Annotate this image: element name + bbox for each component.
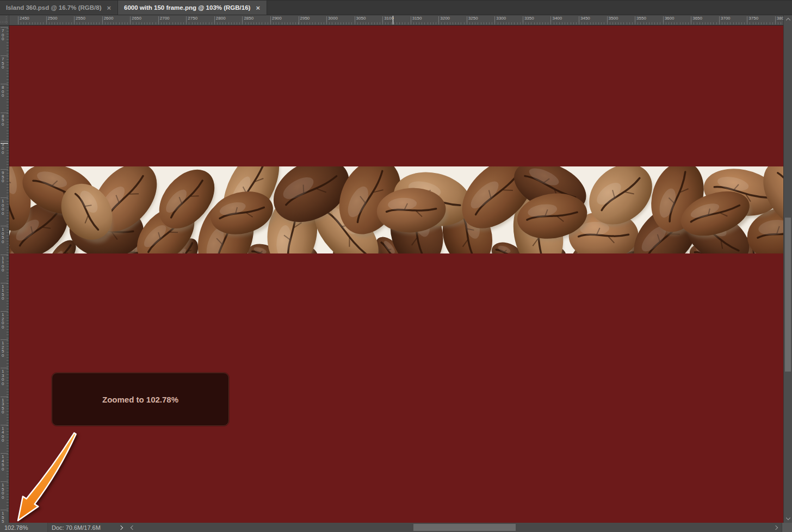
ruler-label: 3550 [636, 16, 646, 21]
tab-island-360-psd[interactable]: Island 360.psd @ 16.7% (RGB/8) × [0, 1, 118, 15]
ruler-label: 7 0 0 [2, 29, 4, 41]
ruler-label: 2800 [216, 16, 226, 21]
ruler-label: 3700 [721, 16, 731, 21]
ruler-major-tick [214, 16, 215, 24]
ruler-major-tick [1, 27, 8, 28]
chevron-left-icon [131, 525, 135, 529]
ruler-vertical[interactable]: 7 0 07 5 08 0 08 5 09 0 09 5 01 0 0 01 0… [0, 26, 9, 523]
ruler-major-tick [74, 16, 75, 24]
ruler-label: 3350 [524, 16, 534, 21]
ruler-label: 3150 [412, 16, 422, 21]
ruler-label: 9 0 0 [2, 143, 4, 155]
horizontal-scrollbar-thumb[interactable] [413, 524, 516, 531]
ruler-label: 3300 [496, 16, 506, 21]
chevron-up-icon [785, 18, 790, 22]
ruler-label: 1 2 5 0 [2, 341, 4, 357]
ruler-major-tick [270, 16, 271, 24]
ruler-label: 2650 [132, 16, 141, 21]
ruler-major-tick [130, 16, 131, 24]
ruler-label: 8 0 0 [2, 85, 4, 98]
document-tab-bar: Island 360.psd @ 16.7% (RGB/8) × 6000 wi… [0, 0, 792, 15]
zoom-notification-text: Zoomed to 102.78% [102, 395, 178, 404]
ruler-label: 3050 [356, 16, 366, 21]
ruler-label: 2450 [20, 16, 29, 21]
ruler-major-tick [1, 141, 8, 141]
photoshop-window: Island 360.psd @ 16.7% (RGB/8) × 6000 wi… [0, 0, 792, 532]
ruler-major-tick [1, 510, 8, 510]
ruler-label: 2950 [300, 16, 310, 21]
ruler-major-tick [438, 16, 439, 24]
ruler-major-tick [1, 453, 8, 454]
ruler-label: 2500 [48, 16, 58, 21]
ruler-major-tick [411, 16, 411, 24]
ruler-horizontal[interactable]: 2450250025502600265027002750280028502900… [9, 15, 783, 26]
zoom-notification-tooltip: Zoomed to 102.78% [52, 373, 229, 426]
ruler-major-tick [467, 16, 467, 24]
ruler-label: 3000 [328, 16, 338, 21]
close-icon[interactable]: × [106, 4, 112, 11]
ruler-major-tick [1, 169, 8, 170]
ruler-label: 3250 [468, 16, 478, 21]
ruler-major-tick [494, 16, 495, 24]
ruler-major-tick [1, 481, 8, 482]
ruler-label: 2600 [104, 16, 114, 21]
tab-label: Island 360.psd @ 16.7% (RGB/8) [6, 4, 101, 11]
tab-label: 6000 with 150 frame.png @ 103% (RGB/16) [124, 4, 250, 11]
ruler-major-tick [663, 16, 664, 24]
ruler-major-tick [1, 226, 8, 226]
zoom-level-value: 102.78% [4, 524, 28, 531]
scroll-down-button[interactable] [784, 514, 792, 522]
ruler-major-tick [1, 283, 8, 283]
ruler-label: 3400 [552, 16, 562, 21]
close-icon[interactable]: × [255, 4, 261, 11]
coffee-beans-image [9, 166, 783, 253]
tab-6000-with-150-frame-png[interactable]: 6000 with 150 frame.png @ 103% (RGB/16) … [118, 1, 267, 15]
ruler-major-tick [1, 311, 8, 312]
document-size-text: Doc: 70.6M/17.6M [52, 524, 101, 531]
vertical-scrollbar-thumb[interactable] [785, 218, 791, 372]
ruler-major-tick [1, 425, 8, 425]
ruler-label: 3600 [665, 16, 675, 21]
zoom-level-field[interactable]: 102.78% [0, 523, 48, 532]
ruler-label: 2750 [188, 16, 197, 21]
ruler-major-tick [579, 16, 579, 24]
ruler-label: 7 5 0 [2, 57, 4, 70]
ruler-label: 1 1 5 0 [2, 284, 4, 301]
ruler-label: 9 5 0 [2, 171, 4, 183]
ruler-major-tick [1, 368, 8, 368]
ruler-label: 2700 [160, 16, 170, 21]
ruler-label: 1 4 0 0 [2, 426, 4, 443]
scroll-left-button[interactable] [128, 523, 137, 532]
ruler-major-tick [46, 16, 47, 24]
ruler-major-tick [1, 113, 8, 113]
ruler-major-tick [102, 16, 103, 24]
scroll-right-button[interactable] [771, 523, 780, 532]
ruler-major-tick [635, 16, 635, 24]
ruler-major-tick [186, 16, 187, 24]
ruler-label: 2900 [272, 16, 282, 21]
ruler-major-tick [691, 16, 691, 24]
ruler-major-tick [18, 16, 18, 24]
document-size-info[interactable]: Doc: 70.6M/17.6M [48, 523, 121, 532]
document-canvas[interactable] [9, 26, 783, 523]
ruler-major-tick [1, 255, 8, 255]
ruler-major-tick [550, 16, 551, 24]
scroll-up-button[interactable] [784, 16, 792, 24]
ruler-label: 3750 [748, 16, 758, 21]
ruler-label: 3100 [384, 16, 394, 21]
ruler-label: 3500 [609, 16, 618, 21]
ruler-major-tick [158, 16, 159, 24]
ruler-label: 1 3 0 0 [2, 369, 4, 386]
ruler-major-tick [1, 397, 8, 397]
ruler-label: 1 0 5 0 [2, 227, 4, 244]
status-bar: 102.78% Doc: 70.6M/17.6M [0, 523, 792, 532]
ruler-label: 1 5 0 0 [2, 483, 4, 499]
ruler-label: 3450 [580, 16, 590, 21]
status-popup-button[interactable] [116, 523, 125, 532]
ruler-label: 8 5 0 [2, 114, 4, 127]
chevron-right-icon [119, 525, 123, 529]
ruler-origin-box[interactable] [0, 15, 9, 26]
ruler-label: 1 4 5 0 [2, 455, 4, 471]
ruler-major-tick [242, 16, 243, 24]
vertical-scrollbar[interactable] [783, 15, 792, 523]
